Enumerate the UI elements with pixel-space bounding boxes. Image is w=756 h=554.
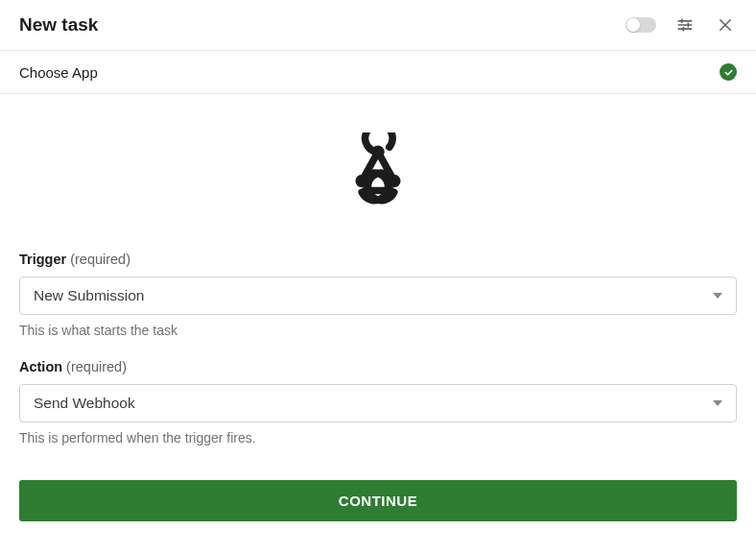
close-icon[interactable] xyxy=(714,13,737,36)
trigger-required: (required) xyxy=(70,252,130,267)
trigger-select-value: New Submission xyxy=(34,287,144,304)
action-label-row: Action (required) xyxy=(19,359,737,374)
action-required: (required) xyxy=(66,359,127,374)
continue-button[interactable]: CONTINUE xyxy=(19,480,737,521)
settings-sliders-icon[interactable] xyxy=(673,13,697,36)
step-choose-app[interactable]: Choose App xyxy=(0,51,756,94)
step-label: Choose App xyxy=(19,64,98,81)
modal-header: New task xyxy=(0,0,756,51)
caret-down-icon xyxy=(713,400,722,406)
check-complete-icon xyxy=(720,63,737,81)
svg-point-9 xyxy=(371,146,384,158)
action-select[interactable]: Send Webhook xyxy=(19,384,737,422)
form-content: Trigger (required) New Submission This i… xyxy=(0,252,756,541)
enabled-toggle[interactable] xyxy=(626,17,656,33)
trigger-helper: This is what starts the task xyxy=(19,323,737,338)
modal-title: New task xyxy=(19,14,98,36)
trigger-select[interactable]: New Submission xyxy=(19,277,737,315)
webhook-icon xyxy=(338,132,418,213)
svg-point-11 xyxy=(388,175,400,187)
trigger-label: Trigger xyxy=(19,252,66,267)
app-icon-container xyxy=(0,94,756,252)
svg-point-10 xyxy=(355,175,367,187)
action-field-group: Action (required) Send Webhook This is p… xyxy=(19,359,737,446)
header-actions xyxy=(626,13,737,36)
action-select-value: Send Webhook xyxy=(34,395,135,412)
trigger-label-row: Trigger (required) xyxy=(19,252,737,267)
trigger-field-group: Trigger (required) New Submission This i… xyxy=(19,252,737,338)
action-label: Action xyxy=(19,359,62,374)
caret-down-icon xyxy=(713,293,722,299)
action-helper: This is performed when the trigger fires… xyxy=(19,430,737,446)
